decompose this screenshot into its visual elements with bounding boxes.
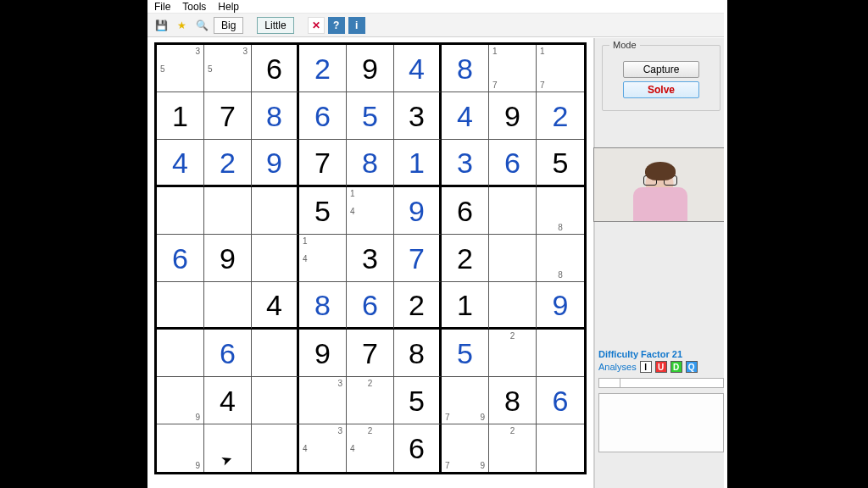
cell-r4-c3[interactable] bbox=[252, 187, 299, 235]
cell-r6-c2[interactable] bbox=[204, 282, 252, 330]
cell-r4-c2[interactable] bbox=[204, 187, 252, 235]
analysis-d-button[interactable]: D bbox=[670, 361, 682, 373]
cell-r8-c7[interactable]: 79 bbox=[442, 377, 489, 424]
cell-r6-c9[interactable]: 9 bbox=[537, 282, 584, 330]
delete-icon[interactable]: ✕ bbox=[308, 17, 325, 34]
cell-r1-c5[interactable]: 9 bbox=[347, 45, 394, 92]
cell-r3-c6[interactable]: 1 bbox=[394, 140, 442, 187]
cell-r4-c7[interactable]: 6 bbox=[442, 187, 489, 235]
cell-r4-c9[interactable]: 8 bbox=[537, 187, 584, 235]
cell-r9-c3[interactable] bbox=[252, 424, 299, 472]
little-button[interactable]: Little bbox=[257, 17, 293, 34]
cell-r8-c3[interactable] bbox=[252, 377, 299, 424]
cell-r1-c2[interactable]: 35 bbox=[204, 45, 252, 92]
cell-r8-c2[interactable]: 4 bbox=[204, 377, 252, 424]
cell-r3-c4[interactable]: 7 bbox=[299, 140, 347, 187]
cell-r6-c8[interactable] bbox=[489, 282, 537, 330]
cell-r2-c6[interactable]: 3 bbox=[394, 92, 442, 140]
big-button[interactable]: Big bbox=[214, 17, 243, 34]
cell-r7-c1[interactable] bbox=[157, 330, 204, 377]
cell-r5-c5[interactable]: 3 bbox=[347, 235, 394, 282]
cell-r5-c1[interactable]: 6 bbox=[157, 235, 204, 282]
cell-r7-c4[interactable]: 9 bbox=[299, 330, 347, 377]
cell-r4-c4[interactable]: 5 bbox=[299, 187, 347, 235]
cell-r2-c9[interactable]: 2 bbox=[537, 92, 584, 140]
cell-r2-c5[interactable]: 5 bbox=[347, 92, 394, 140]
cell-r8-c4[interactable]: 3 bbox=[299, 377, 347, 424]
cell-r7-c3[interactable] bbox=[252, 330, 299, 377]
cell-r4-c8[interactable] bbox=[489, 187, 537, 235]
cell-r9-c1[interactable]: 9 bbox=[157, 424, 204, 472]
cell-r8-c9[interactable]: 6 bbox=[537, 377, 584, 424]
cell-r9-c7[interactable]: 79 bbox=[442, 424, 489, 472]
star-icon[interactable]: ★ bbox=[173, 17, 190, 34]
menu-help[interactable]: Help bbox=[218, 1, 239, 13]
cell-r9-c9[interactable] bbox=[537, 424, 584, 472]
info-icon[interactable]: i bbox=[348, 17, 365, 34]
cell-r1-c3[interactable]: 6 bbox=[252, 45, 299, 92]
cell-r2-c2[interactable]: 7 bbox=[204, 92, 252, 140]
cell-r1-c6[interactable]: 4 bbox=[394, 45, 442, 92]
analysis-q-button[interactable]: Q bbox=[686, 361, 698, 373]
cell-r5-c6[interactable]: 7 bbox=[394, 235, 442, 282]
menu-file[interactable]: File bbox=[154, 1, 170, 13]
cell-r6-c4[interactable]: 8 bbox=[299, 282, 347, 330]
cell-r1-c7[interactable]: 8 bbox=[442, 45, 489, 92]
help-icon[interactable]: ? bbox=[328, 17, 345, 34]
cell-r7-c9[interactable] bbox=[537, 330, 584, 377]
magnify-icon[interactable]: 🔍 bbox=[193, 17, 210, 34]
cell-r3-c9[interactable]: 5 bbox=[537, 140, 584, 187]
cell-r5-c7[interactable]: 2 bbox=[442, 235, 489, 282]
cell-r2-c4[interactable]: 6 bbox=[299, 92, 347, 140]
capture-button[interactable]: Capture bbox=[623, 61, 699, 78]
cell-r4-c1[interactable] bbox=[157, 187, 204, 235]
cell-r8-c6[interactable]: 5 bbox=[394, 377, 442, 424]
cell-r5-c9[interactable]: 8 bbox=[537, 235, 584, 282]
cell-r9-c2[interactable] bbox=[204, 424, 252, 472]
cell-r1-c4[interactable]: 2 bbox=[299, 45, 347, 92]
analysis-i-button[interactable]: I bbox=[640, 361, 652, 373]
cell-r7-c7[interactable]: 5 bbox=[442, 330, 489, 377]
cell-r8-c1[interactable]: 9 bbox=[157, 377, 204, 424]
analysis-u-button[interactable]: U bbox=[655, 361, 667, 373]
cell-r3-c8[interactable]: 6 bbox=[489, 140, 537, 187]
cell-r2-c7[interactable]: 4 bbox=[442, 92, 489, 140]
cell-r2-c1[interactable]: 1 bbox=[157, 92, 204, 140]
sudoku-grid[interactable]: 3535629481717178653492429781365514968691… bbox=[154, 42, 587, 474]
cell-r9-c6[interactable]: 6 bbox=[394, 424, 442, 472]
cell-r5-c8[interactable] bbox=[489, 235, 537, 282]
cell-r6-c3[interactable]: 4 bbox=[252, 282, 299, 330]
cell-r8-c8[interactable]: 8 bbox=[489, 377, 537, 424]
solve-button[interactable]: Solve bbox=[623, 81, 699, 98]
cell-r7-c6[interactable]: 8 bbox=[394, 330, 442, 377]
cell-r9-c8[interactable]: 2 bbox=[489, 424, 537, 472]
cell-r6-c1[interactable] bbox=[157, 282, 204, 330]
cell-r7-c5[interactable]: 7 bbox=[347, 330, 394, 377]
cell-r2-c8[interactable]: 9 bbox=[489, 92, 537, 140]
cell-r2-c3[interactable]: 8 bbox=[252, 92, 299, 140]
cell-r1-c1[interactable]: 35 bbox=[157, 45, 204, 92]
cell-r1-c9[interactable]: 17 bbox=[537, 45, 584, 92]
cell-r7-c8[interactable]: 2 bbox=[489, 330, 537, 377]
cell-r5-c3[interactable] bbox=[252, 235, 299, 282]
cell-r1-c8[interactable]: 17 bbox=[489, 45, 537, 92]
cell-r5-c4[interactable]: 14 bbox=[299, 235, 347, 282]
cell-r4-c5[interactable]: 14 bbox=[347, 187, 394, 235]
cell-r8-c5[interactable]: 2 bbox=[347, 377, 394, 424]
cell-r3-c1[interactable]: 4 bbox=[157, 140, 204, 187]
menu-tools[interactable]: Tools bbox=[182, 1, 206, 13]
cell-r4-c6[interactable]: 9 bbox=[394, 187, 442, 235]
cell-r3-c3[interactable]: 9 bbox=[252, 140, 299, 187]
cell-r6-c6[interactable]: 2 bbox=[394, 282, 442, 330]
cell-r7-c2[interactable]: 6 bbox=[204, 330, 252, 377]
save-icon[interactable]: 💾 bbox=[153, 17, 170, 34]
cell-r6-c5[interactable]: 6 bbox=[347, 282, 394, 330]
cell-r3-c5[interactable]: 8 bbox=[347, 140, 394, 187]
cell-r9-c4[interactable]: 34 bbox=[299, 424, 347, 472]
cell-r9-c5[interactable]: 24 bbox=[347, 424, 394, 472]
cell-r5-c2[interactable]: 9 bbox=[204, 235, 252, 282]
cell-r6-c7[interactable]: 1 bbox=[442, 282, 489, 330]
cell-r3-c7[interactable]: 3 bbox=[442, 140, 489, 187]
cell-r3-c2[interactable]: 2 bbox=[204, 140, 252, 187]
candidate: 9 bbox=[195, 461, 200, 470]
